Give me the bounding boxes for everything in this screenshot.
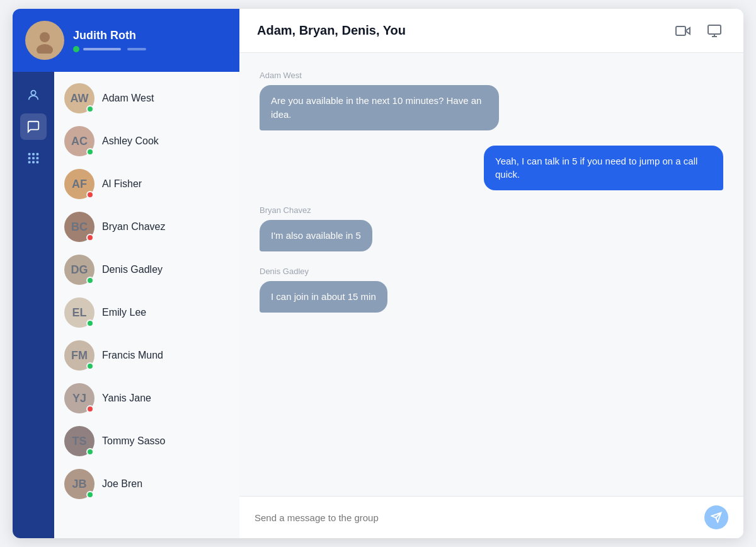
contact-avatar: AW (64, 83, 94, 113)
messages-area: Adam WestAre you available in the next 1… (239, 53, 743, 496)
nav-apps[interactable] (20, 145, 47, 171)
profile-name: Judith Roth (73, 29, 146, 42)
online-dot (86, 491, 94, 498)
sidebar-nav (13, 72, 54, 538)
nav-contacts[interactable] (20, 82, 47, 108)
contact-name: Ashley Cook (102, 135, 159, 147)
contact-name: Joe Bren (102, 478, 142, 490)
svg-rect-5 (32, 153, 35, 156)
contact-avatar: JB (64, 469, 94, 499)
contact-avatar: AC (64, 126, 94, 156)
app-container: Judith Roth (13, 9, 743, 538)
message-sent-msg2: Yeah, I can talk in 5 if you need to jum… (260, 146, 723, 191)
profile-header: Judith Roth (13, 9, 239, 72)
message-sender-label: Denis Gadley (260, 267, 723, 276)
svg-rect-14 (676, 26, 685, 35)
contact-item-tommy-sasso[interactable]: TS Tommy Sasso (54, 420, 239, 463)
contact-avatar: AF (64, 169, 94, 199)
message-group-msg3: Bryan ChavezI'm also available in 5 (260, 205, 723, 251)
svg-point-1 (40, 32, 50, 42)
contact-item-joe-bren[interactable]: JB Joe Bren (54, 463, 239, 505)
chat-actions (672, 20, 726, 42)
profile-info: Judith Roth (73, 29, 146, 52)
status-bar (83, 48, 121, 50)
online-dot (86, 448, 94, 456)
contacts-list: AW Adam West AC Ashley Cook AF Al Fisher… (54, 72, 239, 538)
contact-name: Al Fisher (102, 178, 142, 190)
contact-item-yanis-jane[interactable]: YJ Yanis Jane (54, 377, 239, 420)
svg-rect-10 (28, 161, 31, 164)
contact-name: Bryan Chavez (102, 221, 166, 233)
message-bubble-received: Are you available in the next 10 minutes… (260, 85, 499, 130)
contact-name: Francis Mund (102, 350, 163, 361)
contact-item-emily-lee[interactable]: EL Emily Lee (54, 291, 239, 334)
message-sender-label: Bryan Chavez (260, 205, 723, 215)
message-group-msg4: Denis GadleyI can join in about 15 min (260, 267, 723, 313)
contact-avatar: EL (64, 297, 94, 328)
video-call-button[interactable] (672, 20, 694, 42)
svg-rect-6 (37, 153, 39, 156)
online-dot (86, 362, 94, 370)
contact-name: Adam West (102, 93, 154, 104)
contact-avatar: FM (64, 340, 94, 371)
svg-marker-13 (685, 28, 690, 34)
contact-item-ashley-cook[interactable]: AC Ashley Cook (54, 120, 239, 163)
svg-rect-9 (37, 157, 39, 159)
contact-name: Emily Lee (102, 307, 146, 318)
svg-rect-11 (32, 161, 35, 164)
nav-messages[interactable] (20, 113, 47, 140)
online-dot (86, 320, 94, 327)
svg-rect-15 (708, 25, 721, 34)
svg-rect-12 (37, 161, 39, 164)
contact-item-denis-gadley[interactable]: DG Denis Gadley (54, 248, 239, 291)
message-group-msg1: Adam WestAre you available in the next 1… (260, 71, 723, 130)
message-bubble-received: I can join in about 15 min (260, 281, 387, 313)
svg-rect-4 (28, 153, 31, 156)
profile-status-row (73, 46, 146, 52)
svg-point-3 (31, 91, 35, 95)
avatar (25, 21, 64, 60)
contact-avatar: YJ (64, 383, 94, 413)
chat-title: Adam, Bryan, Denis, You (257, 23, 406, 38)
svg-rect-8 (32, 157, 35, 159)
online-dot (86, 191, 94, 199)
screen-share-button[interactable] (703, 20, 726, 42)
message-input[interactable] (255, 512, 697, 523)
send-button[interactable] (704, 505, 728, 529)
left-panel: Judith Roth (13, 9, 239, 538)
contact-item-bryan-chavez[interactable]: BC Bryan Chavez (54, 205, 239, 248)
contact-avatar: TS (64, 426, 94, 456)
contact-name: Tommy Sasso (102, 435, 165, 447)
contact-avatar: BC (64, 212, 94, 242)
online-dot (86, 277, 94, 284)
online-dot (86, 105, 94, 113)
contact-item-al-fisher[interactable]: AF Al Fisher (54, 163, 239, 205)
chat-header: Adam, Bryan, Denis, You (239, 9, 743, 53)
status-bar-short (127, 48, 146, 50)
online-status-dot (73, 46, 79, 52)
contact-item-francis-mund[interactable]: FM Francis Mund (54, 334, 239, 377)
online-dot (86, 405, 94, 413)
online-dot (86, 148, 94, 156)
online-dot (86, 234, 94, 241)
contact-name: Yanis Jane (102, 393, 151, 404)
contact-avatar: DG (64, 255, 94, 285)
contact-name: Denis Gadley (102, 264, 163, 275)
right-panel: Adam, Bryan, Denis, You Adam WestA (239, 9, 743, 538)
message-bubble-received: I'm also available in 5 (260, 220, 372, 251)
chat-input-area (239, 496, 743, 538)
contacts-list-wrapper: AW Adam West AC Ashley Cook AF Al Fisher… (13, 72, 239, 538)
message-sender-label: Adam West (260, 71, 723, 80)
message-bubble-sent: Yeah, I can talk in 5 if you need to jum… (484, 146, 723, 191)
svg-rect-7 (28, 157, 31, 159)
contact-item-adam-west[interactable]: AW Adam West (54, 77, 239, 120)
